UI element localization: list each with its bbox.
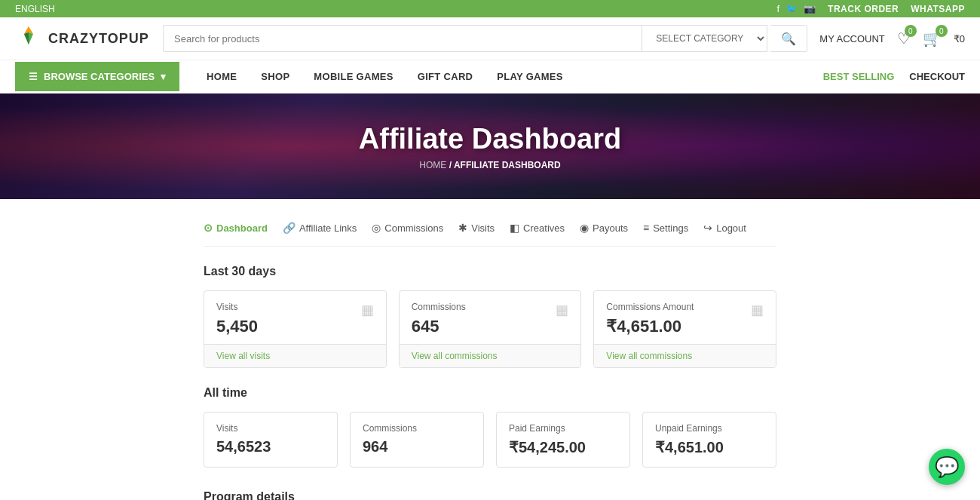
- settings-icon: ≡: [643, 222, 649, 234]
- nav-play-games[interactable]: PLAY GAMES: [485, 60, 575, 93]
- commissions-icon: ◎: [372, 222, 381, 234]
- affiliate-tab-creatives[interactable]: ◧ Creatives: [510, 222, 565, 234]
- cart-amount: ₹0: [954, 33, 965, 44]
- best-selling-link[interactable]: BEST SELLING: [823, 60, 895, 93]
- stat-card-commission-amount: Commissions Amount ₹4,651.00 ▦ View all …: [593, 290, 776, 368]
- alltime-visits-card: Visits 54,6523: [204, 412, 338, 468]
- affiliate-tab-links[interactable]: 🔗 Affiliate Links: [283, 222, 357, 234]
- stat-card-commissions: Commissions 645 ▦ View all commissions: [399, 290, 582, 368]
- breadcrumb-home[interactable]: HOME: [419, 160, 446, 170]
- header-right: MY ACCOUNT ♡ 0 🛒 0 ₹0: [819, 29, 965, 48]
- hero-banner: Affiliate Dashboard HOME / AFFILIATE DAS…: [0, 94, 980, 199]
- alltime-unpaid-label: Unpaid Earnings: [655, 423, 764, 434]
- alltime-paid-card: Paid Earnings ₹54,245.00: [496, 412, 630, 468]
- wishlist-badge: 0: [905, 25, 917, 37]
- alltime-commissions-value: 964: [363, 438, 471, 456]
- tab-commissions-label: Commissions: [384, 222, 443, 234]
- alltime-section-title: All time: [204, 386, 776, 400]
- tab-settings-label: Settings: [653, 222, 688, 234]
- last30-section-title: Last 30 days: [204, 265, 776, 278]
- category-select[interactable]: SELECT CATEGORY: [642, 25, 767, 52]
- affiliate-tab-dashboard[interactable]: ⊙ Dashboard: [204, 222, 268, 234]
- stat-visits-icon: ▦: [361, 302, 374, 318]
- payouts-icon: ◉: [580, 222, 589, 234]
- alltime-paid-label: Paid Earnings: [509, 423, 617, 434]
- affiliate-tab-commissions[interactable]: ◎ Commissions: [372, 222, 443, 234]
- facebook-icon[interactable]: f: [776, 3, 779, 14]
- alltime-commissions-label: Commissions: [363, 423, 471, 434]
- stat-commission-amount-info: Commissions Amount ₹4,651.00: [606, 302, 694, 336]
- view-all-visits-link[interactable]: View all visits: [204, 344, 386, 367]
- browse-categories-button[interactable]: ☰ BROWSE CATEGORIES ▾: [15, 62, 179, 91]
- logout-icon: ↪: [703, 222, 712, 234]
- dashboard-icon: ⊙: [204, 222, 213, 234]
- search-input[interactable]: [163, 25, 642, 52]
- all-time-row: Visits 54,6523 Commissions 964 Paid Earn…: [204, 412, 776, 468]
- top-bar-left: ENGLISH: [15, 4, 55, 14]
- stat-commissions-info: Commissions 645: [412, 302, 466, 336]
- stat-card-commission-amount-body: Commissions Amount ₹4,651.00 ▦: [594, 291, 776, 344]
- cart-badge: 0: [936, 25, 948, 37]
- nav-links: HOME SHOP MOBILE GAMES GIFT CARD PLAY GA…: [194, 60, 575, 93]
- browse-categories-label: BROWSE CATEGORIES: [44, 71, 155, 82]
- top-bar: ENGLISH f 🐦 📷 TRACK ORDER WHATSAPP: [0, 0, 980, 17]
- alltime-paid-value: ₹54,245.00: [509, 438, 617, 456]
- stat-commission-amount-icon: ▦: [751, 302, 764, 318]
- alltime-unpaid-value: ₹4,651.00: [655, 438, 764, 456]
- stat-card-commissions-body: Commissions 645 ▦: [400, 291, 581, 344]
- program-details-section: Program details Commission Rate Sale rat…: [204, 490, 776, 500]
- alltime-visits-label: Visits: [216, 423, 325, 434]
- track-order-link[interactable]: TRACK ORDER: [828, 4, 899, 14]
- affiliate-nav: ⊙ Dashboard 🔗 Affiliate Links ◎ Commissi…: [204, 222, 776, 247]
- instagram-icon[interactable]: 📷: [804, 3, 816, 14]
- affiliate-tab-settings[interactable]: ≡ Settings: [643, 222, 688, 234]
- svg-marker-2: [24, 32, 29, 44]
- language-label[interactable]: ENGLISH: [15, 4, 55, 14]
- cart-button[interactable]: 🛒 0: [923, 29, 942, 48]
- chevron-down-icon: ▾: [161, 71, 166, 82]
- breadcrumb-current: AFFILIATE DASHBOARD: [454, 160, 561, 170]
- nav-shop[interactable]: SHOP: [249, 60, 302, 93]
- stat-commission-amount-value: ₹4,651.00: [606, 317, 694, 336]
- stat-visits-info: Visits 5,450: [216, 302, 258, 336]
- visits-icon: ✱: [458, 222, 467, 234]
- checkout-link[interactable]: CHECKOUT: [909, 60, 965, 93]
- nav-mobile-games[interactable]: MOBILE GAMES: [302, 60, 405, 93]
- nav-gift-card[interactable]: GIFT CARD: [406, 60, 485, 93]
- hero-title: Affiliate Dashboard: [359, 123, 621, 155]
- stat-commissions-value: 645: [412, 317, 466, 336]
- link-icon: 🔗: [283, 222, 296, 234]
- nav-home[interactable]: HOME: [194, 60, 249, 93]
- top-bar-right: f 🐦 📷 TRACK ORDER WHATSAPP: [776, 3, 965, 14]
- affiliate-tab-payouts[interactable]: ◉ Payouts: [580, 222, 628, 234]
- search-button[interactable]: 🔍: [770, 25, 807, 52]
- stat-card-visits: Visits 5,450 ▦ View all visits: [204, 290, 387, 368]
- search-area: SELECT CATEGORY 🔍: [163, 25, 807, 52]
- alltime-commissions-card: Commissions 964: [350, 412, 484, 468]
- stat-card-visits-body: Visits 5,450 ▦: [204, 291, 386, 344]
- creatives-icon: ◧: [510, 222, 519, 234]
- affiliate-tab-visits[interactable]: ✱ Visits: [458, 222, 495, 234]
- program-details-title: Program details: [204, 490, 776, 500]
- social-icons: f 🐦 📷: [776, 3, 816, 14]
- nav-right: BEST SELLING CHECKOUT: [823, 60, 965, 93]
- logo-text[interactable]: CRAZYTOPUP: [48, 31, 149, 47]
- tab-dashboard-label: Dashboard: [216, 222, 268, 234]
- affiliate-tab-logout[interactable]: ↪ Logout: [703, 222, 746, 234]
- view-all-commissions-link-2[interactable]: View all commissions: [594, 344, 776, 367]
- whatsapp-link[interactable]: WHATSAPP: [911, 4, 965, 14]
- stat-commissions-icon: ▦: [556, 302, 568, 318]
- whatsapp-float-button[interactable]: 💬: [929, 449, 965, 485]
- my-account-link[interactable]: MY ACCOUNT: [819, 33, 884, 44]
- logo-area: CRAZYTOPUP: [15, 25, 151, 52]
- main-content: ⊙ Dashboard 🔗 Affiliate Links ◎ Commissi…: [188, 222, 792, 500]
- tab-payouts-label: Payouts: [593, 222, 628, 234]
- alltime-unpaid-card: Unpaid Earnings ₹4,651.00: [642, 412, 776, 468]
- view-all-commissions-link-1[interactable]: View all commissions: [400, 344, 581, 367]
- alltime-visits-value: 54,6523: [216, 438, 325, 456]
- stat-commissions-label: Commissions: [412, 302, 466, 312]
- stat-visits-value: 5,450: [216, 317, 258, 336]
- wishlist-button[interactable]: ♡ 0: [897, 29, 911, 48]
- twitter-icon[interactable]: 🐦: [786, 3, 798, 14]
- header: CRAZYTOPUP SELECT CATEGORY 🔍 MY ACCOUNT …: [0, 17, 980, 60]
